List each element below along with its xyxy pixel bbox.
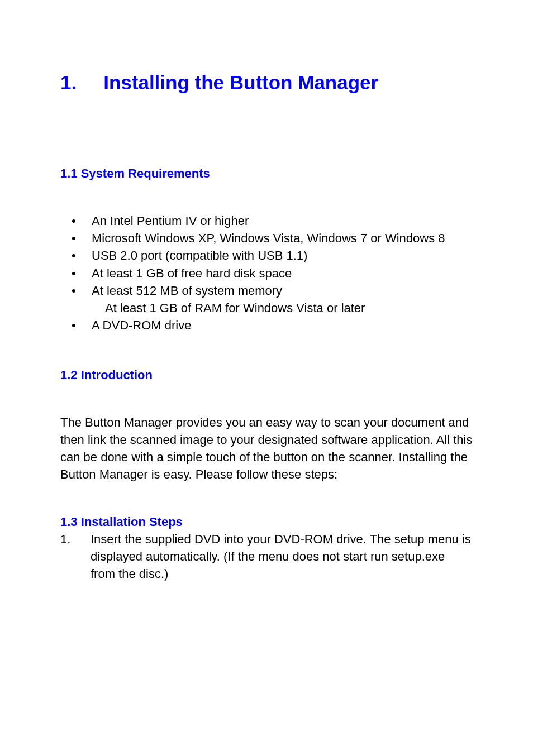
chapter-number: 1.: [60, 71, 77, 94]
section-heading-introduction: 1.2 Introduction: [60, 368, 473, 382]
list-item-text: At least 512 MB of system memory: [92, 284, 282, 298]
chapter-title: Installing the Button Manager: [103, 71, 378, 94]
list-item: At least 512 MB of system memory At leas…: [72, 282, 473, 317]
requirements-list: An Intel Pentium IV or higher Microsoft …: [60, 212, 473, 334]
installation-steps-list: 1. Insert the supplied DVD into your DVD…: [60, 530, 473, 583]
step-text: Insert the supplied DVD into your DVD-RO…: [91, 530, 473, 583]
chapter-heading: 1. Installing the Button Manager: [60, 71, 473, 94]
list-item: An Intel Pentium IV or higher: [72, 212, 473, 229]
list-sub-note: At least 1 GB of RAM for Windows Vista o…: [92, 299, 473, 317]
list-item: At least 1 GB of free hard disk space: [72, 265, 473, 282]
section-heading-installation: 1.3 Installation Steps: [60, 515, 473, 529]
list-item: A DVD-ROM drive: [72, 317, 473, 334]
list-item: Microsoft Windows XP, Windows Vista, Win…: [72, 229, 473, 247]
section-heading-requirements: 1.1 System Requirements: [60, 166, 473, 181]
list-item: USB 2.0 port (compatible with USB 1.1): [72, 247, 473, 264]
step-number: 1.: [60, 530, 91, 583]
introduction-paragraph: The Button Manager provides you an easy …: [60, 414, 473, 484]
list-item: 1. Insert the supplied DVD into your DVD…: [60, 530, 473, 583]
